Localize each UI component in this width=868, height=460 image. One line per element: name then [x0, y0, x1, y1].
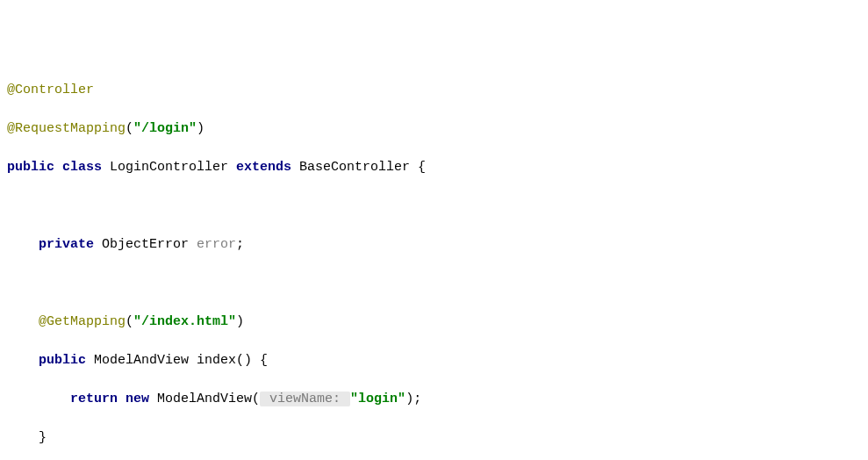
- kw-private: private: [39, 237, 102, 252]
- ctor-modelandview: ModelAndView(: [157, 392, 260, 406]
- line-6: [7, 274, 861, 293]
- line-3: public class LoginController extends Bas…: [7, 158, 861, 177]
- field-error: error: [197, 237, 236, 252]
- annotation-controller: @Controller: [7, 83, 94, 97]
- class-name: LoginController: [110, 160, 236, 175]
- annotation-getmapping: @GetMapping: [39, 314, 126, 329]
- line-10: }: [7, 428, 861, 448]
- line-1: @Controller: [7, 81, 861, 100]
- code-block: @Controller @RequestMapping("/login") pu…: [7, 61, 861, 460]
- line-7: @GetMapping("/index.html"): [7, 313, 861, 332]
- line-9: return new ModelAndView( viewName: "logi…: [7, 390, 861, 409]
- line-4: [7, 197, 861, 216]
- kw-public-class: public class: [7, 160, 110, 175]
- string-index: "/index.html": [133, 314, 236, 329]
- base-class: BaseController {: [299, 160, 426, 175]
- line-8: public ModelAndView index() {: [7, 351, 861, 370]
- kw-extends: extends: [236, 160, 299, 175]
- line-2: @RequestMapping("/login"): [7, 119, 861, 139]
- annotation-requestmapping: @RequestMapping: [7, 121, 126, 136]
- kw-return-new: return new: [70, 392, 157, 406]
- string-login-view: "login": [350, 392, 405, 406]
- type-objecterror: ObjectError: [102, 237, 197, 252]
- param-hint-viewname: viewName:: [260, 392, 350, 406]
- string-login: "/login": [133, 121, 197, 136]
- kw-public: public: [39, 353, 94, 368]
- line-5: private ObjectError error;: [7, 235, 861, 255]
- method-index-sig: ModelAndView index() {: [94, 353, 268, 368]
